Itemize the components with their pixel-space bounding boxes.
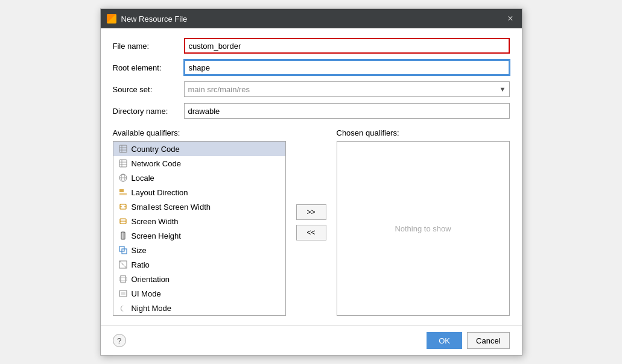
qualifier-label: Night Mode [132, 304, 171, 313]
qualifier-smallest-screen-width[interactable]: Smallest Screen Width [113, 199, 285, 214]
svg-rect-0 [119, 145, 127, 152]
add-qualifier-button[interactable]: >> [296, 204, 326, 220]
qualifier-ui-mode[interactable]: UI Mode [113, 286, 285, 301]
qualifiers-section: Available qualifiers: Country Code Netwo… [113, 128, 510, 316]
qualifier-label: Screen Width [132, 217, 179, 226]
arrows-panel: >> << [293, 128, 329, 316]
directory-name-label: Directory name: [113, 107, 179, 116]
source-set-select[interactable]: main src/main/res [184, 81, 510, 97]
country-code-icon [118, 144, 128, 154]
screen-height-icon [118, 231, 128, 240]
ok-button[interactable]: OK [427, 332, 462, 349]
locale-icon [118, 173, 128, 183]
screen-width-icon [118, 216, 128, 226]
source-set-row: Source set: main src/main/res ▼ [113, 81, 510, 97]
svg-rect-11 [119, 189, 124, 192]
dialog-icon [107, 14, 116, 24]
cancel-button[interactable]: Cancel [467, 332, 509, 349]
root-element-input[interactable] [184, 60, 510, 75]
qualifier-label: Smallest Screen Width [132, 202, 211, 212]
root-element-row: Root element: [113, 60, 510, 75]
qualifier-label: Orientation [132, 275, 170, 284]
qualifier-night-mode[interactable]: Night Mode [113, 301, 285, 315]
svg-rect-4 [119, 160, 127, 167]
qualifier-label: Country Code [132, 145, 180, 154]
qualifier-label: Screen Height [132, 231, 181, 240]
available-qualifiers-panel: Available qualifiers: Country Code Netwo… [113, 128, 286, 316]
qualifier-label: Ratio [132, 260, 150, 269]
directory-name-input[interactable] [184, 103, 510, 119]
qualifier-layout-direction[interactable]: Layout Direction [113, 185, 285, 199]
size-icon [118, 245, 128, 255]
ui-mode-icon [118, 289, 128, 298]
qualifier-label: Layout Direction [132, 188, 188, 197]
close-button[interactable]: × [505, 13, 515, 25]
layout-direction-icon [118, 187, 128, 197]
qualifier-orientation[interactable]: Orientation [113, 272, 285, 286]
qualifier-screen-height[interactable]: Screen Height [113, 228, 285, 243]
chosen-qualifiers-label: Chosen qualifiers: [337, 128, 510, 137]
chosen-qualifiers-list: Nothing to show [337, 141, 510, 316]
qualifier-label: Size [132, 246, 147, 255]
orientation-icon [118, 274, 128, 284]
smallest-screen-width-icon [118, 202, 128, 212]
chosen-empty-message: Nothing to show [337, 142, 509, 315]
source-set-wrapper: main src/main/res ▼ [184, 81, 510, 97]
footer-left: ? [113, 334, 126, 347]
qualifier-ratio[interactable]: Ratio [113, 257, 285, 272]
qualifier-network-code[interactable]: Network Code [113, 156, 285, 171]
qualifier-size[interactable]: Size [113, 243, 285, 257]
svg-rect-12 [119, 193, 127, 195]
qualifier-locale[interactable]: Locale [113, 171, 285, 185]
svg-line-23 [119, 261, 127, 268]
ratio-icon [118, 260, 128, 269]
dialog-body: File name: Root element: Source set: mai… [101, 28, 522, 325]
directory-name-row: Directory name: [113, 103, 510, 119]
dialog-footer: ? OK Cancel [101, 325, 522, 355]
remove-qualifier-button[interactable]: << [296, 225, 326, 240]
root-element-label: Root element: [113, 63, 179, 72]
qualifier-label: Locale [132, 174, 154, 183]
help-button[interactable]: ? [113, 334, 126, 347]
dialog-title: New Resource File [121, 14, 501, 24]
file-name-label: File name: [113, 42, 179, 51]
qualifier-label: UI Mode [132, 289, 161, 298]
qualifier-country-code[interactable]: Country Code [113, 142, 285, 156]
source-set-label: Source set: [113, 85, 179, 94]
qualifier-label: Network Code [132, 159, 181, 168]
title-bar: New Resource File × [101, 9, 522, 28]
new-resource-file-dialog: New Resource File × File name: Root elem… [100, 8, 522, 356]
network-code-icon [118, 158, 128, 168]
file-name-input[interactable] [184, 38, 510, 54]
chosen-qualifiers-panel: Chosen qualifiers: Nothing to show [337, 128, 510, 316]
available-qualifiers-label: Available qualifiers: [113, 128, 286, 137]
available-qualifiers-list: Country Code Network Code Locale [113, 141, 286, 316]
footer-right: OK Cancel [427, 332, 509, 349]
night-mode-icon [118, 303, 128, 313]
qualifier-screen-width[interactable]: Screen Width [113, 214, 285, 228]
svg-rect-24 [121, 275, 125, 283]
file-name-row: File name: [113, 38, 510, 54]
svg-rect-27 [121, 292, 125, 295]
